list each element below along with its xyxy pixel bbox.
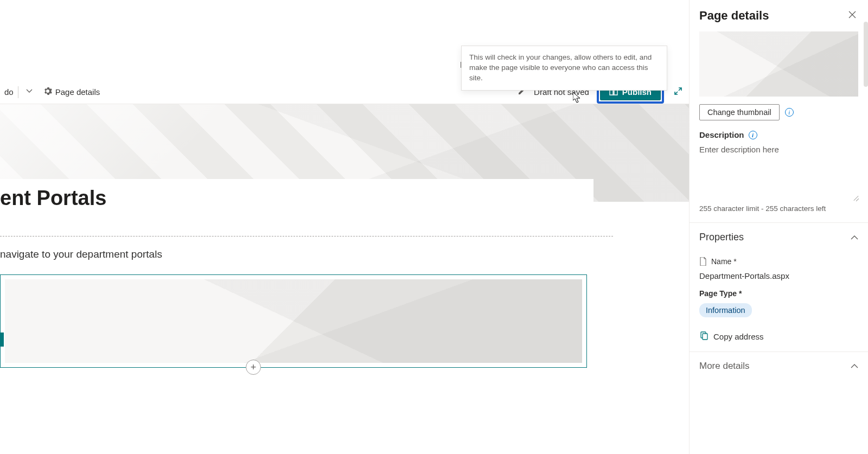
- undo-fragment[interactable]: do: [4, 87, 14, 97]
- more-details-label: More details: [699, 361, 750, 372]
- page-subtitle[interactable]: navigate to your department portals: [0, 248, 689, 260]
- properties-label: Properties: [699, 232, 744, 243]
- properties-accordion[interactable]: Properties: [690, 223, 868, 252]
- description-textarea[interactable]: Enter description here: [699, 145, 858, 199]
- page-type-pill[interactable]: Information: [699, 303, 752, 317]
- publish-tooltip: This will check in your changes, allow o…: [461, 46, 667, 91]
- change-thumbnail-button[interactable]: Change thumbnail: [699, 104, 780, 120]
- character-limit-text: 255 character limit - 255 characters lef…: [690, 201, 868, 222]
- name-label: Name *: [711, 257, 737, 266]
- info-icon[interactable]: i: [749, 131, 757, 139]
- gear-icon: [43, 87, 52, 97]
- selected-webpart[interactable]: +: [0, 274, 587, 368]
- more-details-accordion[interactable]: More details: [690, 352, 868, 380]
- page-details-command[interactable]: Page details: [40, 85, 104, 99]
- svg-rect-1: [703, 334, 707, 340]
- expand-icon[interactable]: [672, 85, 685, 100]
- name-value[interactable]: Department-Portals.aspx: [699, 271, 858, 280]
- section-divider: [0, 236, 613, 236]
- chevron-up-icon: [851, 362, 858, 370]
- info-icon[interactable]: i: [785, 108, 794, 117]
- page-type-label: Page Type *: [699, 289, 858, 298]
- properties-body: Name * Department-Portals.aspx Page Type…: [690, 257, 868, 351]
- webpart-handle[interactable]: [1, 332, 4, 347]
- description-label: Description: [699, 130, 744, 139]
- panel-scrollbar[interactable]: [864, 22, 868, 87]
- panel-title: Page details: [699, 9, 769, 23]
- resize-handle-icon[interactable]: [853, 194, 859, 200]
- page-thumbnail: [699, 31, 858, 97]
- page-details-label: Page details: [55, 87, 100, 97]
- description-placeholder: Enter description here: [699, 145, 779, 154]
- divider: [18, 86, 18, 98]
- plus-icon: +: [251, 362, 257, 373]
- page-details-panel: Page details Change thumbnail i Descript…: [689, 0, 868, 454]
- close-icon[interactable]: [846, 9, 858, 23]
- page-title-area[interactable]: ent Portals: [0, 179, 593, 226]
- copy-address-link[interactable]: Copy address: [699, 331, 858, 342]
- add-section-button[interactable]: +: [246, 360, 261, 375]
- chevron-up-icon: [851, 233, 858, 242]
- publish-tooltip-text: This will check in your changes, allow o…: [469, 53, 652, 82]
- webpart-image-placeholder: [5, 279, 582, 363]
- chevron-down-icon[interactable]: [23, 86, 36, 98]
- file-icon: [699, 257, 707, 266]
- page-title[interactable]: ent Portals: [0, 187, 593, 210]
- copy-icon: [699, 331, 708, 342]
- copy-address-label: Copy address: [713, 332, 764, 341]
